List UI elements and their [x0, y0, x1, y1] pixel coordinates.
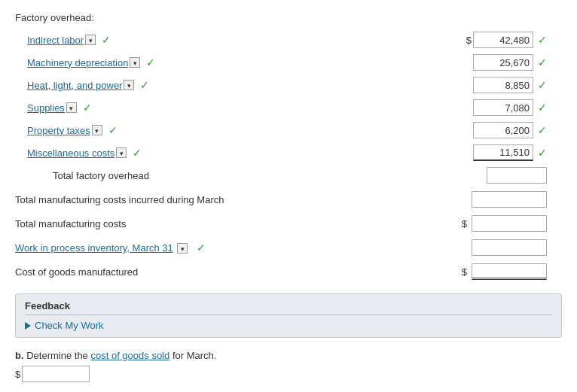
overhead-item-row-4: Property taxes▾✓✓: [15, 120, 562, 140]
total-mfg-costs-input[interactable]: [472, 215, 547, 232]
total-mfg-costs-incurred-input-group: [472, 191, 547, 208]
total-factory-overhead-input[interactable]: [487, 167, 547, 184]
overhead-item-input-3[interactable]: [473, 99, 533, 116]
overhead-item-label-2: Heat, light, and power▾✓: [15, 79, 226, 91]
cost-of-goods-manufactured-row: Cost of goods manufactured $: [15, 262, 562, 281]
part-b-label: b. Determine the cost of goods sold for …: [15, 350, 562, 361]
overhead-item-dollar-0: $: [466, 35, 472, 46]
overhead-item-input-4[interactable]: [473, 122, 533, 138]
cost-of-goods-manufactured-input[interactable]: [472, 263, 547, 280]
overhead-item-check-after-2: ✓: [538, 79, 547, 91]
part-b-section: b. Determine the cost of goods sold for …: [15, 350, 562, 382]
check-my-work-label: Check My Work: [35, 320, 104, 331]
total-mfg-costs-incurred-label: Total manufacturing costs incurred durin…: [15, 194, 316, 205]
factory-overhead-label: Factory overhead:: [15, 12, 94, 23]
cost-of-goods-manufactured-input-group: $: [462, 263, 547, 280]
part-b-input[interactable]: [22, 366, 90, 382]
overhead-item-check-after-3: ✓: [538, 102, 547, 114]
check-my-work-button[interactable]: Check My Work: [25, 320, 552, 331]
overhead-item-link-2[interactable]: Heat, light, and power: [27, 80, 122, 91]
overhead-item-arrow-5[interactable]: ▾: [116, 147, 127, 158]
cost-of-goods-dollar: $: [462, 266, 467, 278]
total-mfg-costs-incurred-input[interactable]: [472, 191, 547, 208]
part-b-input-row: $: [15, 366, 562, 382]
feedback-header: Feedback: [25, 300, 552, 315]
overhead-item-row-0: Indirect labor▾✓$✓: [15, 30, 562, 50]
overhead-item-arrow-2[interactable]: ▾: [124, 80, 134, 90]
work-in-process-row: Work in process inventory, March 31 ▾ ✓: [15, 238, 562, 257]
overhead-item-row-2: Heat, light, and power▾✓✓: [15, 75, 562, 95]
part-b-dollar: $: [15, 369, 20, 380]
work-in-process-input-group: [472, 239, 547, 256]
overhead-item-check-2: ✓: [140, 79, 149, 91]
overhead-item-row-5: Miscellaneous costs▾✓✓: [15, 143, 562, 163]
overhead-item-check-after-1: ✓: [538, 56, 547, 68]
total-factory-overhead-input-group: [487, 167, 547, 184]
work-in-process-label-container: Work in process inventory, March 31 ▾ ✓: [15, 242, 316, 254]
overhead-item-link-0[interactable]: Indirect labor: [27, 35, 84, 46]
overhead-items: Indirect labor▾✓$✓Machinery depreciation…: [15, 30, 562, 163]
overhead-item-check-5: ✓: [133, 147, 142, 159]
overhead-item-row-1: Machinery depreciation▾✓✓: [15, 53, 562, 72]
overhead-item-link-4[interactable]: Property taxes: [27, 125, 90, 136]
overhead-item-input-group-0: $✓: [466, 32, 547, 48]
overhead-item-input-group-1: ✓: [473, 54, 547, 71]
feedback-box: Feedback Check My Work: [15, 293, 562, 338]
overhead-item-row-3: Supplies▾✓✓: [15, 98, 562, 117]
overhead-item-input-group-2: ✓: [473, 77, 547, 93]
factory-overhead-header: Factory overhead:: [15, 8, 562, 27]
total-mfg-costs-input-group: $: [462, 215, 547, 232]
overhead-item-input-group-5: ✓: [473, 144, 547, 161]
part-b-text2: for March.: [172, 350, 217, 361]
total-factory-overhead-label: Total factory overhead: [15, 170, 316, 181]
triangle-icon: [25, 322, 31, 330]
overhead-item-input-0[interactable]: [473, 32, 533, 48]
total-mfg-costs-row: Total manufacturing costs $: [15, 214, 562, 233]
total-mfg-costs-incurred-row: Total manufacturing costs incurred durin…: [15, 190, 562, 209]
overhead-item-link-1[interactable]: Machinery depreciation: [27, 57, 128, 68]
overhead-item-link-5[interactable]: Miscellaneous costs: [27, 147, 114, 159]
overhead-item-arrow-3[interactable]: ▾: [66, 102, 77, 113]
overhead-item-check-after-4: ✓: [538, 124, 547, 136]
overhead-item-label-0: Indirect labor▾✓: [15, 34, 226, 46]
total-factory-overhead-row: Total factory overhead: [15, 166, 562, 185]
overhead-item-check-4: ✓: [108, 124, 118, 136]
work-in-process-link[interactable]: Work in process inventory, March 31: [15, 242, 173, 254]
overhead-item-label-4: Property taxes▾✓: [15, 124, 226, 136]
overhead-item-label-3: Supplies▾✓: [15, 102, 226, 114]
part-b-bold-b: b.: [15, 350, 24, 361]
cost-of-goods-sold-link[interactable]: cost of goods sold: [90, 350, 169, 361]
work-in-process-dropdown-arrow[interactable]: ▾: [177, 243, 188, 254]
total-mfg-costs-label: Total manufacturing costs: [15, 218, 316, 229]
total-mfg-costs-dollar: $: [462, 218, 467, 229]
part-b-text: Determine the: [26, 350, 90, 361]
overhead-item-check-1: ✓: [146, 56, 155, 68]
overhead-item-input-5[interactable]: [473, 144, 533, 161]
overhead-item-check-after-0: ✓: [538, 34, 547, 46]
overhead-item-check-3: ✓: [83, 102, 92, 114]
overhead-item-arrow-4[interactable]: ▾: [92, 125, 102, 135]
overhead-item-label-1: Machinery depreciation▾✓: [15, 56, 226, 68]
overhead-item-input-2[interactable]: [473, 77, 533, 93]
overhead-item-arrow-0[interactable]: ▾: [85, 35, 96, 45]
work-in-process-input[interactable]: [472, 239, 547, 256]
cost-of-goods-manufactured-label: Cost of goods manufactured: [15, 266, 316, 278]
overhead-item-input-1[interactable]: [473, 54, 533, 71]
overhead-item-link-3[interactable]: Supplies: [27, 102, 65, 114]
overhead-item-check-after-5: ✓: [538, 147, 547, 159]
work-in-process-check: ✓: [197, 242, 206, 254]
overhead-item-check-0: ✓: [102, 34, 111, 46]
overhead-item-label-5: Miscellaneous costs▾✓: [15, 147, 226, 159]
overhead-item-input-group-4: ✓: [473, 122, 547, 138]
overhead-item-input-group-3: ✓: [473, 99, 547, 116]
overhead-item-arrow-1[interactable]: ▾: [130, 57, 140, 68]
